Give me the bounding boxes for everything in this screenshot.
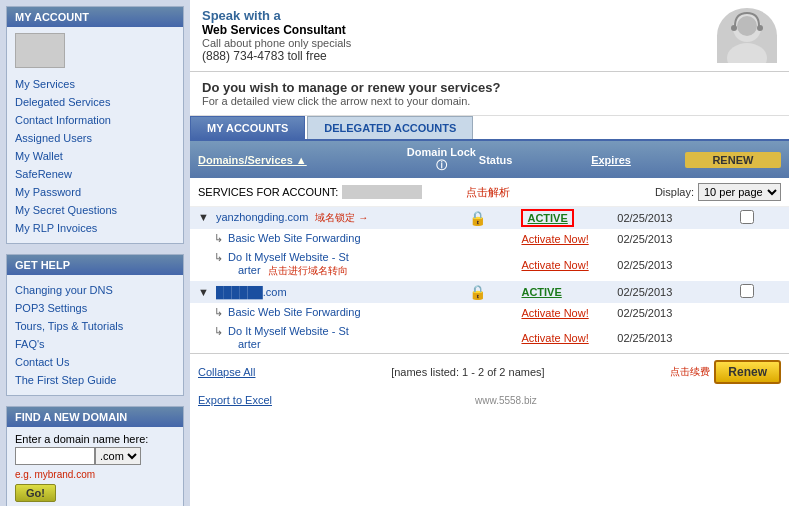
sidebar-item-saferenew[interactable]: SafeRenew (15, 165, 175, 183)
speak-note: Call about phone only specials (202, 37, 717, 49)
renew-checkbox-1[interactable] (740, 210, 754, 224)
lock-icon-1: 🔒 (469, 210, 486, 226)
speak-phone: (888) 734-4783 toll free (202, 49, 717, 63)
indent-icon: ↳ (214, 325, 223, 337)
domain-name-input[interactable] (15, 447, 95, 465)
th-status: Status (479, 154, 591, 166)
status-active-1: ACTIVE (521, 209, 573, 227)
activate-link-2a[interactable]: Activate Now! (521, 307, 588, 319)
service-link-1a[interactable]: Basic Web Site Forwarding (228, 232, 360, 244)
sidebar-item-delegated-services[interactable]: Delegated Services (15, 93, 175, 111)
activate-link-2b[interactable]: Activate Now! (521, 332, 588, 344)
table-row: ▼ yanzhongding.com 域名锁定 → 🔒 ACTIVE (190, 207, 789, 229)
watermark: www.5558.biz (475, 395, 537, 406)
sidebar-item-changing-dns[interactable]: Changing your DNS (15, 281, 175, 299)
indent-icon: ↳ (214, 232, 223, 244)
domain-link-1[interactable]: yanzhongding.com (216, 211, 308, 223)
annotation-transfer: 点击进行域名转向 (268, 265, 348, 276)
sidebar-item-first-step[interactable]: The First Step Guide (15, 371, 175, 389)
status-link-2[interactable]: ACTIVE (521, 286, 561, 298)
manage-banner: Do you wish to manage or renew your serv… (190, 72, 789, 116)
manage-title: Do you wish to manage or renew your serv… (202, 80, 777, 95)
service-link-2b[interactable]: Do It Myself Website - St (228, 325, 349, 337)
renew-checkbox-2[interactable] (740, 284, 754, 298)
sidebar-item-contact-information[interactable]: Contact Information (15, 111, 175, 129)
svg-point-2 (737, 16, 757, 36)
avatar (15, 33, 65, 68)
account-id (342, 185, 422, 199)
speak-subtitle: Web Services Consultant (202, 23, 717, 37)
annotation-click-parse: 点击解析 (466, 185, 510, 200)
sidebar-item-tours[interactable]: Tours, Tips & Tutorials (15, 317, 175, 335)
domain-link-2[interactable]: ██████.com (216, 286, 287, 298)
manage-sub: For a detailed view click the arrow next… (202, 95, 777, 107)
sidebar-item-contact-us[interactable]: Contact Us (15, 353, 175, 371)
expires-2: 02/25/2013 (609, 281, 705, 303)
sidebar-item-secret-questions[interactable]: My Secret Questions (15, 201, 175, 219)
go-button[interactable]: Go! (15, 484, 56, 502)
expires-2b: 02/25/2013 (609, 322, 705, 353)
lock-icon-2: 🔒 (469, 284, 486, 300)
annotation-click-renew: 点击续费 (670, 365, 710, 379)
tab-delegated-accounts[interactable]: DELEGATED ACCOUNTS (307, 116, 473, 139)
th-renew: RENEW (685, 152, 781, 168)
get-help-title: GET HELP (7, 255, 183, 275)
service-link-1b[interactable]: Do It Myself Website - St (228, 251, 349, 263)
export-row: Export to Excel www.5558.biz (190, 390, 789, 410)
expires-1b: 02/25/2013 (609, 248, 705, 281)
sidebar-item-faqs[interactable]: FAQ's (15, 335, 175, 353)
table-row: ↳ Basic Web Site Forwarding Activate Now… (190, 229, 789, 248)
per-page-select[interactable]: 10 per page (698, 183, 781, 201)
expires-2a: 02/25/2013 (609, 303, 705, 322)
expires-1: 02/25/2013 (609, 207, 705, 229)
sidebar-item-rlp-invoices[interactable]: My RLP Invoices (15, 219, 175, 237)
tabs-row: MY ACCOUNTS DELEGATED ACCOUNTS (190, 116, 789, 139)
indent-icon: ↳ (214, 251, 223, 263)
speak-title: Speak with a (202, 8, 717, 23)
table-row: ↳ Basic Web Site Forwarding Activate Now… (190, 303, 789, 322)
data-table: ▼ yanzhongding.com 域名锁定 → 🔒 ACTIVE (190, 207, 789, 353)
th-lock: Domain Lock ⓘ (404, 146, 479, 173)
names-listed: [names listed: 1 - 2 of 2 names] (265, 366, 670, 378)
sidebar-item-my-wallet[interactable]: My Wallet (15, 147, 175, 165)
th-domains[interactable]: Domains/Services ▲ (198, 154, 404, 166)
table-row: ↳ Do It Myself Website - St arter Activa… (190, 322, 789, 353)
export-excel-link[interactable]: Export to Excel (198, 394, 272, 406)
sidebar-item-assigned-users[interactable]: Assigned Users (15, 129, 175, 147)
svg-point-3 (731, 25, 737, 31)
sidebar-item-my-services[interactable]: My Services (15, 75, 175, 93)
indent-icon: ↳ (214, 306, 223, 318)
bottom-bar: Collapse All [names listed: 1 - 2 of 2 n… (190, 353, 789, 390)
find-domain-label: Enter a domain name here: (15, 433, 175, 445)
display-label: Display: (655, 186, 694, 198)
collapse-arrow-2[interactable]: ▼ (198, 286, 209, 298)
activate-link-1b[interactable]: Activate Now! (521, 259, 588, 271)
collapse-all-link[interactable]: Collapse All (198, 366, 255, 378)
sidebar-item-my-password[interactable]: My Password (15, 183, 175, 201)
table-container: Domains/Services ▲ Domain Lock ⓘ Status … (190, 139, 789, 410)
header-banner: Speak with a Web Services Consultant Cal… (190, 0, 789, 72)
my-account-title: MY ACCOUNT (7, 7, 183, 27)
domain-ext-select[interactable]: .com (95, 447, 141, 465)
service-link-2a[interactable]: Basic Web Site Forwarding (228, 306, 360, 318)
services-for-label: SERVICES FOR ACCOUNT: (198, 186, 338, 198)
svg-point-1 (727, 43, 767, 63)
find-domain-title: FIND A NEW DOMAIN (7, 407, 183, 427)
th-expires[interactable]: Expires (591, 154, 685, 166)
domain-example: e.g. mybrand.com (15, 469, 175, 480)
svg-point-4 (757, 25, 763, 31)
table-row: ▼ ██████.com 🔒 ACTIVE 02/25/2013 (190, 281, 789, 303)
status-link-1[interactable]: ACTIVE (527, 212, 567, 224)
activate-link-1a[interactable]: Activate Now! (521, 233, 588, 245)
table-row: ↳ Do It Myself Website - St arter 点击进行域名… (190, 248, 789, 281)
table-header: Domains/Services ▲ Domain Lock ⓘ Status … (190, 139, 789, 178)
consultant-icon (717, 8, 777, 63)
expires-1a: 02/25/2013 (609, 229, 705, 248)
collapse-arrow[interactable]: ▼ (198, 211, 209, 223)
renew-button[interactable]: Renew (714, 360, 781, 384)
services-for-row: SERVICES FOR ACCOUNT: 点击解析 Display: 10 p… (190, 178, 789, 207)
sidebar-item-pop3[interactable]: POP3 Settings (15, 299, 175, 317)
annotation-domain-lock: 域名锁定 → (315, 212, 368, 223)
tab-my-accounts[interactable]: MY ACCOUNTS (190, 116, 305, 139)
